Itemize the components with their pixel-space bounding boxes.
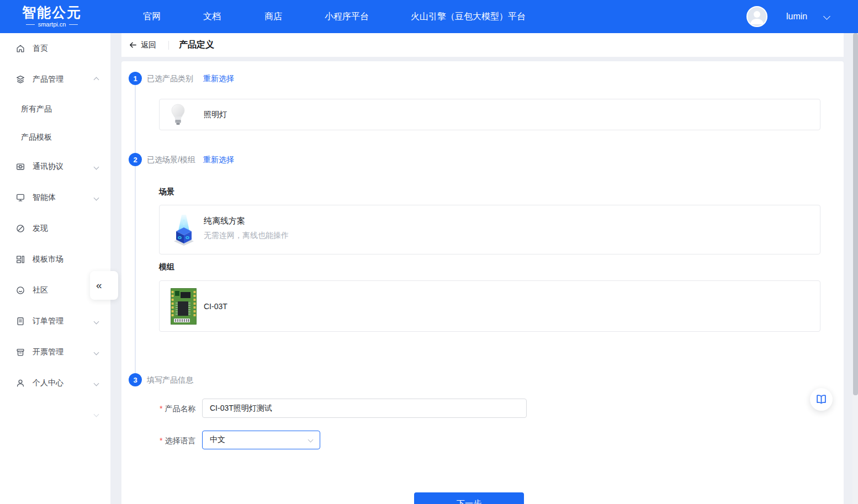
sidebar: 首页 产品管理 所有产品 产品模板 通讯协议 智能体 发现 <box>0 33 110 504</box>
scene-heading: 场景 <box>159 187 174 197</box>
chevron-down-icon <box>308 437 314 443</box>
scene-description: 无需连网，离线也能操作 <box>204 231 289 241</box>
step-2-badge: 2 <box>129 153 142 166</box>
home-icon <box>15 44 25 54</box>
product-definition-panel: 1 已选产品类别 重新选择 照明灯 2 已选场景/模组 重新选择 场景 <box>121 61 844 504</box>
sidebar-item-order-management[interactable]: 订单管理 <box>0 306 110 337</box>
nav-miniprogram-platform[interactable]: 小程序平台 <box>325 0 369 33</box>
chevron-down-icon <box>94 411 99 417</box>
nav-docs[interactable]: 文档 <box>203 0 221 33</box>
breadcrumb-bar: 返回 产品定义 <box>121 33 844 57</box>
step-3-label: 填写产品信息 <box>147 373 193 386</box>
community-icon <box>15 285 25 295</box>
layers-icon <box>15 75 25 84</box>
sidebar-item-all-products[interactable]: 所有产品 <box>0 95 110 123</box>
nav-store[interactable]: 商店 <box>264 0 282 33</box>
selected-product-category-card[interactable]: 照明灯 <box>159 99 820 130</box>
logo[interactable]: 智能公元 smartpi.cn <box>22 4 82 28</box>
user-name[interactable]: lumin <box>786 0 807 33</box>
language-selected-value: 中文 <box>210 435 225 445</box>
sidebar-item-hidden <box>0 399 110 429</box>
step-connector <box>135 85 136 153</box>
step-1-badge: 1 <box>129 72 142 85</box>
chevron-down-icon[interactable] <box>823 13 830 20</box>
protocol-icon <box>15 162 25 172</box>
invoice-icon <box>15 347 25 357</box>
logo-subtitle: smartpi.cn <box>22 20 82 28</box>
pcb-module-icon <box>171 288 197 325</box>
sidebar-item-personal-center[interactable]: 个人中心 <box>0 368 110 399</box>
avatar[interactable] <box>746 6 767 27</box>
chevron-down-icon <box>94 319 99 324</box>
collapse-icon: « <box>96 279 102 291</box>
product-category-name: 照明灯 <box>204 99 227 130</box>
sidebar-item-product-management[interactable]: 产品管理 <box>0 64 110 95</box>
scrollbar-track[interactable] <box>852 33 858 504</box>
sidebar-item-template-market[interactable]: 模板市场 <box>0 244 110 275</box>
chevron-down-icon <box>94 164 99 169</box>
sidebar-item-communication-protocol[interactable]: 通讯协议 <box>0 151 110 182</box>
required-mark: * <box>160 404 162 413</box>
sidebar-item-agent[interactable]: 智能体 <box>0 182 110 213</box>
scene-title: 纯离线方案 <box>204 216 245 226</box>
product-name-label: *产品名称 <box>160 402 195 415</box>
arrow-left-icon <box>128 40 137 50</box>
language-select[interactable]: 中文 <box>202 431 320 449</box>
bulb-icon <box>171 104 186 126</box>
product-name-input[interactable] <box>202 399 527 418</box>
scrollbar-thumb[interactable] <box>853 33 858 395</box>
user-avatar-icon <box>748 7 766 26</box>
nav-volcengine-platform[interactable]: 火山引擎（豆包大模型）平台 <box>411 0 526 33</box>
step-2-reselect-link[interactable]: 重新选择 <box>203 153 234 166</box>
logo-dash-left <box>26 24 35 25</box>
open-book-icon <box>815 394 827 405</box>
sidebar-item-home[interactable]: 首页 <box>0 33 110 64</box>
user-icon <box>15 378 25 388</box>
page-title: 产品定义 <box>179 39 214 51</box>
order-icon <box>15 316 25 326</box>
template-icon <box>15 254 25 264</box>
required-mark: * <box>160 436 162 445</box>
language-label: *选择语言 <box>160 434 195 447</box>
guide-fab-button[interactable] <box>810 388 833 411</box>
offline-cube-icon <box>171 214 197 246</box>
top-header: 智能公元 smartpi.cn 官网 文档 商店 小程序平台 火山引擎（豆包大模… <box>0 0 858 33</box>
sidebar-item-discover[interactable]: 发现 <box>0 213 110 244</box>
nav-official-site[interactable]: 官网 <box>143 0 161 33</box>
sidebar-item-invoice-management[interactable]: 开票管理 <box>0 337 110 368</box>
step-2-label: 已选场景/模组 <box>147 153 195 166</box>
step-1-label: 已选产品类别 <box>147 72 193 85</box>
logo-dash-right <box>69 24 78 25</box>
module-heading: 模组 <box>159 262 174 272</box>
divider <box>168 41 169 50</box>
monitor-icon <box>15 193 25 203</box>
chevron-up-icon <box>94 77 99 82</box>
logo-title: 智能公元 <box>22 4 82 20</box>
step-1-reselect-link[interactable]: 重新选择 <box>203 72 234 85</box>
sidebar-item-product-templates[interactable]: 产品模板 <box>0 123 110 151</box>
compass-icon <box>15 224 25 234</box>
sidebar-collapse-button[interactable]: « <box>90 271 118 300</box>
step-connector <box>135 166 136 373</box>
step-3-badge: 3 <box>129 373 142 386</box>
module-name: CI-03T <box>204 281 227 331</box>
selected-scene-card[interactable]: 纯离线方案 无需连网，离线也能操作 <box>159 205 820 254</box>
next-step-button[interactable]: 下一步 <box>414 492 524 504</box>
chevron-down-icon <box>94 195 99 200</box>
chevron-down-icon <box>94 380 99 386</box>
selected-module-card[interactable]: CI-03T <box>159 280 820 332</box>
chevron-down-icon <box>94 349 99 355</box>
back-button[interactable]: 返回 <box>128 40 156 50</box>
